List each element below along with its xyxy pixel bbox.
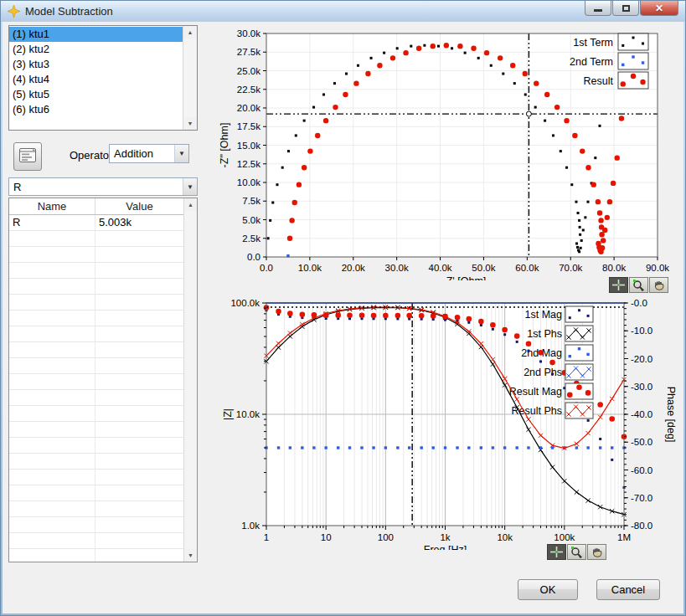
table-scrollbar[interactable]: ▲ ▼ <box>183 198 197 562</box>
svg-text:Result Mag: Result Mag <box>509 386 562 398</box>
minimize-button[interactable] <box>585 1 611 16</box>
svg-text:0.0: 0.0 <box>247 252 260 262</box>
svg-text:15.0k: 15.0k <box>237 141 260 151</box>
list-item[interactable]: (1) ktu1 <box>9 27 183 42</box>
svg-text:1st Mag: 1st Mag <box>525 309 563 321</box>
param-value-cell[interactable]: 5.003k <box>95 215 183 231</box>
chevron-down-icon[interactable]: ▼ <box>174 145 188 162</box>
scroll-up-icon[interactable]: ▲ <box>184 198 197 211</box>
svg-text:22.5k: 22.5k <box>237 85 260 95</box>
svg-text:-50.0: -50.0 <box>631 437 652 447</box>
svg-text:Z' [Ohm]: Z' [Ohm] <box>446 275 487 280</box>
svg-text:1.0k: 1.0k <box>241 521 260 531</box>
svg-text:-70.0: -70.0 <box>631 493 652 503</box>
titlebar[interactable]: Model Subtraction ✕ <box>1 1 685 22</box>
maximize-button[interactable] <box>612 1 639 16</box>
model-listbox[interactable]: (1) ktu1(2) ktu2(3) ktu3(4) ktu4(5) ktu5… <box>8 25 198 131</box>
svg-text:70.0k: 70.0k <box>559 263 582 273</box>
svg-text:-60.0: -60.0 <box>631 465 652 475</box>
param-table: Name Value R 5.003k ▲ ▼ <box>8 198 198 562</box>
cursor-crosshair-icon[interactable] <box>547 544 566 560</box>
param-table-body: R 5.003k <box>9 215 183 562</box>
svg-text:-80.0: -80.0 <box>631 521 652 531</box>
element-value: R <box>9 181 183 193</box>
ok-button[interactable]: OK <box>518 579 578 600</box>
svg-text:Freq [Hz]: Freq [Hz] <box>424 544 467 550</box>
param-table-header: Name Value <box>9 198 183 215</box>
svg-text:1st Phs: 1st Phs <box>527 328 562 340</box>
svg-text:80.0k: 80.0k <box>602 263 626 273</box>
element-dropdown[interactable]: R ▼ <box>8 177 198 196</box>
svg-text:0.0: 0.0 <box>260 263 273 273</box>
svg-text:2nd Phs: 2nd Phs <box>524 367 562 378</box>
scroll-up-icon[interactable]: ▲ <box>183 26 197 38</box>
svg-text:-Z" [Ohm]: -Z" [Ohm] <box>219 123 230 168</box>
graph-palette-bottom <box>547 544 606 560</box>
svg-text:17.5k: 17.5k <box>237 121 260 131</box>
form-window-icon <box>18 147 37 164</box>
listbox-scrollbar[interactable]: ▲ ▼ <box>183 26 197 130</box>
svg-text:100.0k: 100.0k <box>230 298 260 308</box>
svg-text:10k: 10k <box>497 532 513 542</box>
maximize-icon <box>622 5 630 12</box>
svg-text:27.5k: 27.5k <box>237 47 260 57</box>
svg-text:30.0k: 30.0k <box>237 28 260 38</box>
svg-text:1M: 1M <box>617 532 631 542</box>
pan-hand-icon[interactable] <box>649 277 668 293</box>
svg-text:7.5k: 7.5k <box>242 196 260 206</box>
list-item[interactable]: (2) ktu2 <box>9 42 183 57</box>
svg-text:-10.0: -10.0 <box>631 326 652 336</box>
svg-text:25.0k: 25.0k <box>237 66 260 76</box>
scroll-down-icon[interactable]: ▼ <box>184 549 197 562</box>
svg-text:10: 10 <box>321 532 332 542</box>
graph-palette-top <box>609 277 668 293</box>
nyquist-plot[interactable]: 0.010.0k20.0k30.0k40.0k50.0k60.0k70.0k80… <box>211 28 673 280</box>
window-title: Model Subtraction <box>25 5 113 18</box>
legend-swatch <box>565 306 593 322</box>
svg-text:2.5k: 2.5k <box>242 234 260 244</box>
operator-label: Operator <box>70 149 112 162</box>
list-item[interactable]: (5) ktu5 <box>9 87 183 102</box>
svg-text:40.0k: 40.0k <box>428 263 451 273</box>
svg-text:60.0k: 60.0k <box>515 263 539 273</box>
svg-text:1: 1 <box>264 532 269 542</box>
svg-text:100k: 100k <box>554 532 575 542</box>
zoom-magnifier-icon[interactable] <box>567 544 586 560</box>
svg-text:2nd Term: 2nd Term <box>570 56 613 68</box>
minimize-icon <box>594 9 602 12</box>
legend-swatch <box>565 345 593 361</box>
list-item[interactable]: (4) ktu4 <box>9 72 183 87</box>
svg-text:10.0k: 10.0k <box>236 409 260 419</box>
svg-text:1k: 1k <box>440 532 450 542</box>
table-row[interactable]: R 5.003k <box>9 215 183 231</box>
column-header-name: Name <box>9 198 95 214</box>
operator-value: Addition <box>110 147 174 160</box>
svg-text:20.0k: 20.0k <box>342 263 365 273</box>
scroll-down-icon[interactable]: ▼ <box>183 117 197 130</box>
svg-text:Result: Result <box>584 75 614 87</box>
svg-text:50.0k: 50.0k <box>472 263 495 273</box>
svg-text:30.0k: 30.0k <box>385 263 409 273</box>
operator-dropdown[interactable]: Addition ▼ <box>109 144 189 163</box>
svg-text:-0.0: -0.0 <box>631 298 647 308</box>
zoom-magnifier-icon[interactable] <box>629 277 648 293</box>
close-icon: ✕ <box>655 3 663 14</box>
bode-plot[interactable]: 1st Mag1st Phs2nd Mag2nd PhsResult MagRe… <box>211 297 680 550</box>
svg-text:Phase [deg]: Phase [deg] <box>665 387 677 443</box>
list-item[interactable]: (3) ktu3 <box>9 57 183 72</box>
chevron-down-icon[interactable]: ▼ <box>183 178 197 195</box>
svg-text:20.0k: 20.0k <box>237 103 260 113</box>
model-detail-button[interactable] <box>13 142 42 171</box>
svg-text:12.5k: 12.5k <box>237 159 260 169</box>
param-name-cell[interactable]: R <box>9 215 95 231</box>
close-button[interactable]: ✕ <box>640 1 678 16</box>
list-item[interactable]: (6) ktu6 <box>9 102 183 117</box>
column-header-value: Value <box>95 198 183 214</box>
svg-text:1st Term: 1st Term <box>573 37 613 49</box>
cancel-button[interactable]: Cancel <box>596 579 660 600</box>
pan-hand-icon[interactable] <box>587 544 606 560</box>
cursor-crosshair-icon[interactable] <box>609 277 628 293</box>
spark-icon <box>8 5 20 18</box>
model-list-items[interactable]: (1) ktu1(2) ktu2(3) ktu3(4) ktu4(5) ktu5… <box>9 27 183 129</box>
legend-swatch <box>618 33 648 50</box>
